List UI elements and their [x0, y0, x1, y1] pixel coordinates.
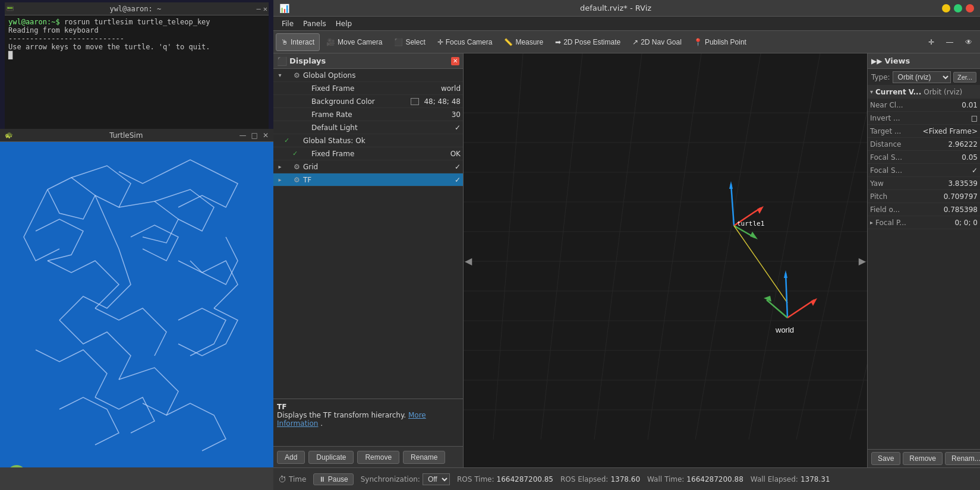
view-prop-focal-point[interactable]: ▸ Focal P... 0; 0; 0 [868, 216, 980, 229]
view-prop-focal-s2[interactable]: Focal S... ✓ [868, 164, 980, 177]
sync-section: Synchronization: Off [361, 473, 450, 485]
time-icon: ⏱ [278, 475, 286, 484]
view-prop-near-clip[interactable]: Near Cl... 0.01 [868, 99, 980, 112]
viewport-nav-right[interactable]: ▶ [859, 255, 866, 266]
turtlesim-minimize-btn[interactable]: — [240, 131, 247, 140]
terminal-cursor: █ [8, 51, 265, 59]
tree-item-default-light[interactable]: Default Light ✓ [273, 121, 463, 134]
focus-camera-btn[interactable]: ✛ Focus Camera [432, 33, 498, 51]
rviz-maximize-btn[interactable] [954, 4, 962, 12]
current-view-header[interactable]: ▾ Current V... Orbit (rviz) [868, 86, 980, 99]
pause-label: Pause [328, 475, 348, 483]
views-type-dropdown[interactable]: Orbit (rviz) [893, 71, 951, 83]
view-prop-field-of-view[interactable]: Field o... 0.785398 [868, 203, 980, 216]
ff-status-value: OK [450, 150, 461, 158]
rviz-close-btn[interactable] [966, 4, 974, 12]
wall-elapsed-value: 1378.31 [801, 475, 830, 483]
tf-value: ✓ [455, 176, 461, 184]
measure-label: Measure [515, 38, 543, 46]
tree-item-bg-color[interactable]: Background Color 48; 48; 48 [273, 95, 463, 108]
terminal-minimize-btn[interactable]: — [257, 5, 261, 13]
interact-btn[interactable]: 🖱 Interact [276, 33, 320, 51]
focus-camera-label: Focus Camera [446, 38, 493, 46]
tree-item-fixed-frame-status[interactable]: ✓ Fixed Frame OK [273, 147, 463, 160]
tf-expand: ▸ [276, 176, 284, 183]
near-clip-label: Near Cl... [870, 101, 962, 109]
toolbar: 🖱 Interact 🎥 Move Camera ⬛ Select ✛ Focu… [273, 31, 980, 53]
remove-btn[interactable]: Remove [357, 451, 399, 464]
yaw-label: Yaw [870, 179, 948, 188]
focus-camera-icon: ✛ [437, 38, 443, 46]
view-prop-yaw[interactable]: Yaw 3.83539 [868, 177, 980, 190]
menu-panels[interactable]: Panels [298, 18, 331, 29]
focal-point-value: 0; 0; 0 [954, 219, 978, 227]
add-btn[interactable]: Add [277, 451, 305, 464]
displays-panel-title: Displays [289, 56, 326, 65]
duplicate-btn[interactable]: Duplicate [308, 451, 354, 464]
toolbar-extra-2[interactable]: — [941, 33, 959, 51]
tree-item-grid[interactable]: ▸ ⚙ Grid ✓ [273, 160, 463, 173]
rename-btn[interactable]: Rename [403, 451, 445, 464]
pose-2d-btn[interactable]: ➡ 2D Pose Estimate [550, 33, 626, 51]
rviz-minimize-btn[interactable] [942, 4, 950, 12]
menu-bar: File Panels Help [273, 17, 980, 31]
toolbar-extra-3[interactable]: 👁 [960, 33, 978, 51]
ff-status-check: ✓ [292, 150, 302, 157]
displays-panel: ⬛ Displays ✕ ▾ ⚙ Global Options [273, 53, 464, 467]
views-type-label: Type: [871, 73, 890, 81]
focal-s1-label: Focal S... [870, 153, 962, 162]
toolbar-extra-1[interactable]: ✛ [923, 33, 940, 51]
view-prop-distance[interactable]: Distance 2.96222 [868, 138, 980, 151]
turtlesim-close-btn[interactable]: ✕ [263, 131, 269, 140]
view-prop-pitch[interactable]: Pitch 0.709797 [868, 190, 980, 203]
tree-item-frame-rate[interactable]: Frame Rate 30 [273, 108, 463, 121]
menu-help[interactable]: Help [331, 18, 357, 29]
publish-point-icon: 📍 [694, 38, 702, 46]
displays-close-btn[interactable]: ✕ [451, 57, 459, 65]
pause-btn[interactable]: ⏸ Pause [313, 473, 353, 485]
measure-btn[interactable]: 📏 Measure [499, 33, 549, 51]
views-remove-btn[interactable]: Remove [903, 452, 943, 465]
target-label: Target ... [870, 127, 923, 135]
ff-status-label: Fixed Frame [311, 150, 448, 158]
terminal-close-btn[interactable]: ✕ [263, 5, 267, 13]
focal-point-expand: ▸ [870, 219, 873, 226]
grid-value: ✓ [455, 163, 461, 171]
displays-panel-icon: ⬛ [277, 56, 287, 66]
turtlesim-maximize-btn[interactable]: □ [251, 131, 258, 140]
select-label: Select [405, 38, 425, 46]
views-panel: ▶▶ Views Type: Orbit (rviz) Zer... ▾ Cur… [867, 53, 980, 467]
zero-btn[interactable]: Zer... [953, 72, 976, 83]
views-header: ▶▶ Views [868, 53, 980, 69]
near-clip-value: 0.01 [962, 101, 978, 109]
sync-dropdown[interactable]: Off [423, 473, 450, 485]
tree-item-global-options[interactable]: ▾ ⚙ Global Options [273, 69, 463, 82]
current-view-value: Orbit (rviz) [924, 88, 962, 96]
select-btn[interactable]: ⬛ Select [389, 33, 430, 51]
publish-point-btn[interactable]: 📍 Publish Point [688, 33, 752, 51]
ros-elapsed-label: ROS Elapsed: [560, 475, 608, 483]
menu-file[interactable]: File [277, 18, 298, 29]
tree-item-fixed-frame[interactable]: Fixed Frame world [273, 82, 463, 95]
view-prop-focal-s1[interactable]: Focal S... 0.05 [868, 151, 980, 164]
fixed-frame-value: world [441, 84, 461, 93]
view-prop-invert[interactable]: Invert ... □ [868, 112, 980, 125]
description-area: TF Displays the TF transform hierarchy. … [273, 399, 463, 446]
frame-rate-label: Frame Rate [311, 110, 449, 119]
move-camera-btn[interactable]: 🎥 Move Camera [321, 33, 387, 51]
rviz-title-bar: 📊 default.rviz* - RViz [273, 0, 980, 17]
views-rename-btn[interactable]: Renam... [945, 452, 980, 465]
distance-label: Distance [870, 140, 948, 148]
pitch-value: 0.709797 [944, 192, 978, 201]
focal-s2-label: Focal S... [870, 166, 972, 175]
viewport-3d[interactable]: turtle1 world ◀ ▶ [464, 53, 867, 467]
svg-text:world: world [775, 325, 794, 334]
displays-tree[interactable]: ▾ ⚙ Global Options Fixed Frame world [273, 69, 463, 399]
viewport-nav-left[interactable]: ◀ [465, 255, 472, 266]
tree-item-global-status[interactable]: ✓ Global Status: Ok [273, 134, 463, 147]
ros-elapsed-value: 1378.60 [610, 475, 640, 483]
views-save-btn[interactable]: Save [871, 452, 900, 465]
tree-item-tf[interactable]: ▸ ⚙ TF ✓ [273, 173, 463, 186]
view-prop-target[interactable]: Target ... <Fixed Frame> [868, 125, 980, 138]
nav-goal-btn[interactable]: ↗ 2D Nav Goal [627, 33, 687, 51]
